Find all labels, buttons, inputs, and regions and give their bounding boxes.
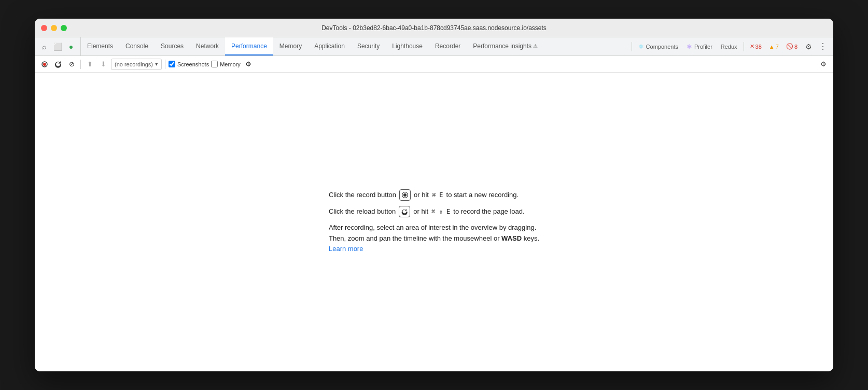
node-icon[interactable]: ●: [65, 40, 77, 53]
record-inline-icon: [399, 189, 411, 201]
reload-inline-icon: [399, 206, 410, 217]
warning-badge[interactable]: ▲ 7: [766, 43, 781, 51]
warning-icon: ▲: [769, 44, 775, 50]
toolbar-sep-1: [80, 60, 81, 69]
tab-components[interactable]: ⚛ Components: [635, 42, 681, 51]
minimize-button[interactable]: [51, 25, 57, 31]
device-icon[interactable]: ⬜: [51, 40, 64, 53]
info-icon: 🚫: [786, 43, 793, 50]
clear-button[interactable]: ⊘: [66, 59, 77, 70]
inspect-icon[interactable]: ⌕: [38, 40, 50, 53]
profiler-icon: ⚛: [687, 43, 692, 50]
main-content: Click the record button or hit ⌘ E to st…: [35, 73, 833, 371]
tab-lighthouse[interactable]: Lighthouse: [386, 37, 429, 55]
separator: [632, 42, 632, 51]
separator-2: [744, 42, 744, 51]
settings-button[interactable]: ⚙: [802, 40, 815, 53]
tab-memory[interactable]: Memory: [273, 37, 308, 55]
tab-application[interactable]: Application: [308, 37, 351, 55]
error-badge[interactable]: ✕ 38: [747, 42, 764, 51]
components-icon: ⚛: [638, 43, 644, 50]
reload-record-button[interactable]: [52, 59, 64, 70]
record-button[interactable]: [39, 59, 50, 70]
recordings-dropdown[interactable]: (no recordings) ▾: [111, 59, 162, 70]
tabs-right: ⚛ Components ⚛ Profiler Redux ✕ 38 ▲ 7 🚫…: [626, 37, 833, 55]
reload-instruction: Click the reload button or hit ⌘ ⇧ E to …: [329, 206, 539, 217]
tab-security[interactable]: Security: [351, 37, 386, 55]
upload-button[interactable]: ⬆: [84, 59, 95, 70]
reload-shortcut: ⌘ ⇧ E: [431, 206, 450, 217]
tab-redux[interactable]: Redux: [718, 43, 740, 51]
tab-recorder[interactable]: Recorder: [429, 37, 467, 55]
performance-toolbar: ⊘ ⬆ ⬇ (no recordings) ▾ Screenshots Memo…: [35, 56, 833, 73]
traffic-lights: [41, 25, 67, 31]
after-recording-text: After recording, select an area of inter…: [329, 222, 539, 255]
tab-network[interactable]: Network: [190, 37, 225, 55]
record-shortcut: ⌘ E: [432, 190, 443, 200]
info-badge[interactable]: 🚫 8: [783, 42, 800, 51]
titlebar: DevTools - 02b3ed82-6bac-49a0-ba1b-878cd…: [35, 19, 833, 37]
screenshots-checkbox[interactable]: [169, 61, 175, 67]
toolbar-gear-button[interactable]: ⚙: [818, 59, 829, 70]
performance-insights-icon: ⚠: [533, 43, 538, 49]
wasd-text: WASD: [501, 234, 522, 242]
toolbar-sep-2: [165, 60, 165, 69]
maximize-button[interactable]: [61, 25, 67, 31]
more-button[interactable]: ⋮: [817, 40, 829, 53]
record-instruction: Click the record button or hit ⌘ E to st…: [329, 189, 539, 201]
error-icon: ✕: [750, 43, 754, 50]
tabs-list: Elements Console Sources Network Perform…: [81, 37, 626, 55]
screenshots-checkbox-label[interactable]: Screenshots: [169, 61, 209, 67]
download-button[interactable]: ⬇: [97, 59, 109, 70]
close-button[interactable]: [41, 25, 47, 31]
svg-point-3: [403, 193, 407, 197]
dropdown-chevron-icon: ▾: [155, 61, 158, 67]
tab-console[interactable]: Console: [119, 37, 155, 55]
tab-sources[interactable]: Sources: [155, 37, 190, 55]
tab-performance-insights[interactable]: Performance insights ⚠: [467, 37, 544, 55]
devtools-window: DevTools - 02b3ed82-6bac-49a0-ba1b-878cd…: [35, 19, 833, 371]
tabbar: ⌕ ⬜ ● Elements Console Sources Network P…: [35, 37, 833, 56]
tab-profiler[interactable]: ⚛ Profiler: [683, 42, 716, 51]
instructions-panel: Click the record button or hit ⌘ E to st…: [329, 189, 539, 255]
learn-more-link[interactable]: Learn more: [329, 245, 363, 253]
window-title: DevTools - 02b3ed82-6bac-49a0-ba1b-878cd…: [321, 24, 547, 32]
svg-point-1: [43, 63, 46, 66]
tab-elements[interactable]: Elements: [81, 37, 119, 55]
memory-checkbox[interactable]: [211, 61, 218, 67]
memory-checkbox-label[interactable]: Memory: [211, 61, 241, 67]
tab-performance[interactable]: Performance: [225, 37, 273, 55]
devtools-icon-bar: ⌕ ⬜ ●: [35, 37, 81, 55]
more-settings-button[interactable]: ⚙: [243, 59, 254, 70]
